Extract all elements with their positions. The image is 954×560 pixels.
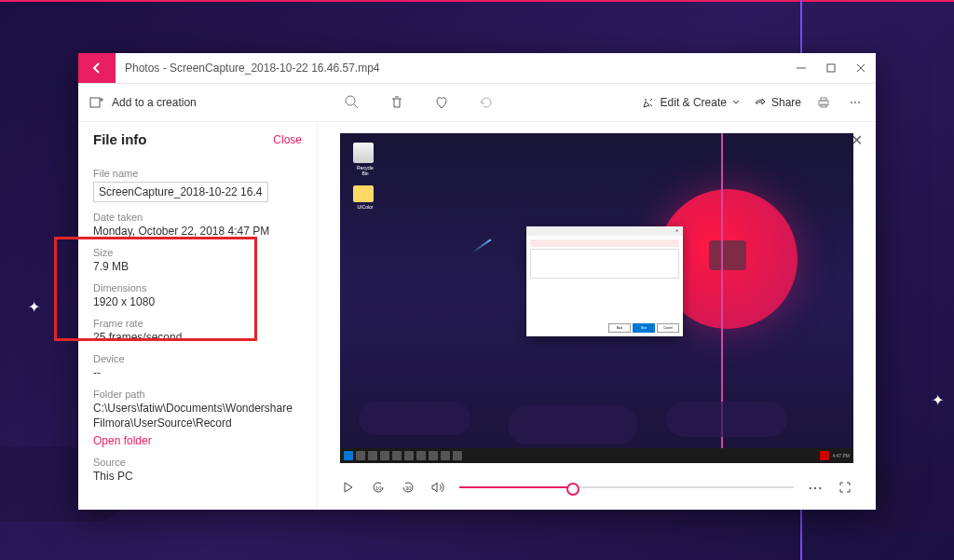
maximize-button[interactable]: [816, 53, 846, 83]
svg-text:10: 10: [375, 485, 382, 491]
file-info-panel: File info Close File name Date taken Mon…: [78, 122, 318, 510]
device-label: Device: [93, 353, 302, 364]
size-label: Size: [93, 247, 302, 258]
svg-text:30: 30: [405, 485, 412, 491]
dimensions-value: 1920 x 1080: [93, 295, 302, 308]
folder-label: Folder path: [93, 389, 302, 400]
favorite-icon[interactable]: [432, 93, 451, 112]
toolbar: Add to a creation Edit & Create Share ⋯: [78, 84, 876, 122]
add-creation-icon: [89, 95, 104, 110]
window-title: Photos - ScreenCapture_2018-10-22 16.46.…: [116, 61, 786, 75]
framerate-label: Frame rate: [93, 318, 302, 329]
seek-thumb[interactable]: [566, 483, 579, 496]
fullscreen-button[interactable]: [837, 479, 853, 496]
video-preview[interactable]: Recycle Bin UIColor ✕ BackNextCancel: [340, 133, 853, 463]
filename-label: File name: [93, 168, 302, 179]
more-controls-button[interactable]: ⋯: [807, 479, 824, 496]
svg-point-5: [346, 96, 355, 105]
size-value: 7.9 MB: [93, 260, 302, 273]
skip-forward-30-button[interactable]: 30: [400, 479, 416, 496]
minimize-button[interactable]: [786, 53, 816, 83]
titlebar: Photos - ScreenCapture_2018-10-22 16.46.…: [78, 53, 876, 84]
back-button[interactable]: [78, 53, 116, 83]
add-to-creation-button[interactable]: Add to a creation: [112, 96, 197, 109]
playback-controls: 10 30 ⋯: [318, 471, 876, 510]
filename-field[interactable]: [93, 182, 268, 202]
folder-value: C:\Users\fatiw\Documents\Wondershare Fil…: [93, 402, 302, 430]
date-value: Monday, October 22, 2018 4:47 PM: [93, 225, 302, 238]
edit-create-button[interactable]: Edit & Create: [642, 96, 740, 109]
more-icon[interactable]: ⋯: [846, 93, 865, 112]
seek-bar[interactable]: [459, 486, 794, 488]
meteor-decoration: [472, 239, 492, 253]
zoom-icon[interactable]: [343, 93, 361, 112]
panel-title: File info: [93, 131, 147, 147]
share-button[interactable]: Share: [753, 96, 801, 109]
date-label: Date taken: [93, 212, 302, 223]
installer-dialog: ✕ BackNextCancel: [526, 226, 683, 336]
source-value: This PC: [93, 470, 302, 483]
svg-rect-1: [827, 64, 835, 72]
chevron-down-icon: [732, 99, 740, 106]
dimensions-label: Dimensions: [93, 282, 302, 294]
svg-rect-2: [90, 98, 100, 107]
print-icon[interactable]: [814, 93, 833, 112]
device-value: --: [93, 366, 302, 379]
volume-button[interactable]: [429, 479, 446, 496]
cassette-decoration: [709, 240, 746, 270]
rotate-icon[interactable]: [477, 93, 496, 112]
delete-icon[interactable]: [388, 93, 406, 112]
skip-back-10-button[interactable]: 10: [370, 479, 387, 496]
close-window-button[interactable]: [846, 53, 876, 83]
play-button[interactable]: [340, 479, 357, 496]
svg-rect-8: [821, 98, 826, 101]
framerate-value: 25 frames/second: [93, 331, 302, 344]
desktop-recycle-bin: Recycle Bin: [353, 143, 377, 172]
preview-taskbar: 4:47 PM: [340, 448, 853, 463]
source-label: Source: [93, 457, 302, 468]
svg-line-6: [354, 104, 358, 108]
panel-close-link[interactable]: Close: [273, 133, 302, 146]
photos-app-window: Photos - ScreenCapture_2018-10-22 16.46.…: [78, 53, 876, 510]
desktop-folder: UIColor: [353, 185, 377, 215]
main-area: ✕ Recycle Bin UIColor ✕ B: [318, 122, 876, 510]
open-folder-link[interactable]: Open folder: [93, 434, 302, 447]
